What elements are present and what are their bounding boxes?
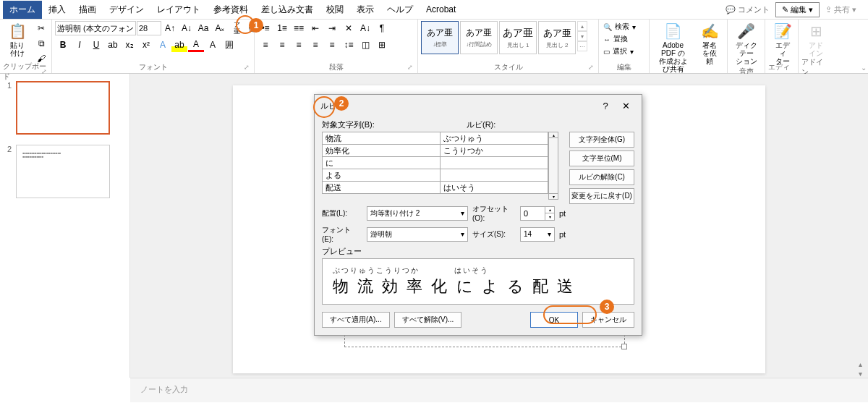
sort-button[interactable]: A↓ xyxy=(357,21,373,35)
tab-help[interactable]: ヘルプ xyxy=(380,1,420,19)
clear-format-button[interactable]: Aₓ xyxy=(212,21,228,35)
apply-all-button[interactable]: すべて適用(A)... xyxy=(322,312,390,328)
multilevel-button[interactable]: ≡≡ xyxy=(291,21,307,35)
justify-button[interactable]: ≡ xyxy=(307,38,323,52)
replace-button[interactable]: ↔置換 xyxy=(602,33,629,45)
create-pdf-button[interactable]: 📄Adobe PDF の 作成および共有 xyxy=(652,21,694,75)
ribbon-collapse-icon[interactable]: ⌄ xyxy=(861,64,867,72)
whole-string-button[interactable]: 文字列全体(G) xyxy=(569,132,634,148)
align-right-button[interactable]: ≡ xyxy=(291,38,307,52)
style-normal[interactable]: あア亜↓標準 xyxy=(421,21,459,54)
cursor-icon: ▭ xyxy=(603,48,610,56)
base-cell[interactable]: 効率化 xyxy=(322,144,441,157)
ruby-cell[interactable]: こうりつか xyxy=(440,144,548,157)
base-cell[interactable]: に xyxy=(322,156,441,169)
line-spacing-button[interactable]: ↕≡ xyxy=(341,38,357,52)
tab-acrobat[interactable]: Acrobat xyxy=(420,1,462,17)
launcher-icon[interactable]: ⤢ xyxy=(588,64,594,71)
tab-mailings[interactable]: 差し込み文書 xyxy=(255,1,320,19)
chevron-down-icon: ▾ xyxy=(852,5,856,14)
launcher-icon[interactable]: ⤢ xyxy=(41,68,47,75)
chevron-down-icon: ▾ xyxy=(461,209,464,217)
select-button[interactable]: ▭選択▾ xyxy=(602,46,635,57)
borders-button[interactable]: ⊞ xyxy=(374,38,390,52)
tab-layout[interactable]: レイアウト xyxy=(150,1,207,19)
asian-layout-button[interactable]: ✕ xyxy=(341,21,357,35)
show-marks-button[interactable]: ¶ xyxy=(374,21,390,35)
tab-design[interactable]: デザイン xyxy=(103,1,150,19)
tab-view[interactable]: 表示 xyxy=(350,1,380,19)
shading-button[interactable]: ◫ xyxy=(357,38,373,52)
align-left-button[interactable]: ≡ xyxy=(258,38,273,52)
change-case-button[interactable]: Aa xyxy=(195,21,211,35)
clear-ruby-button[interactable]: ルビの解除(C) xyxy=(569,169,634,185)
underline-button[interactable]: U xyxy=(88,38,104,52)
cut-button[interactable]: ✂ xyxy=(33,21,49,35)
style-h1[interactable]: あア亜見出し 1 xyxy=(499,21,537,54)
close-button[interactable]: ✕ xyxy=(616,101,636,111)
style-nospacing[interactable]: あア亜↓行間詰め xyxy=(460,21,498,54)
tab-insert[interactable]: 挿入 xyxy=(42,1,72,19)
find-button[interactable]: 🔍検索▾ xyxy=(602,21,637,33)
comments-button[interactable]: 💬 コメント xyxy=(721,3,774,17)
dialog-title-text: ルビ xyxy=(320,101,595,111)
copy-button[interactable]: ⧉ xyxy=(33,36,49,51)
paste-button[interactable]: 📋 貼り付け xyxy=(3,21,32,59)
request-sign-button[interactable]: ✍署名 を依頼 xyxy=(695,21,724,67)
reset-button[interactable]: 変更を元に戻す(D) xyxy=(569,188,634,204)
superscript-button[interactable]: x² xyxy=(138,38,154,52)
tab-draw[interactable]: 描画 xyxy=(72,1,103,19)
decrease-indent-button[interactable]: ⇤ xyxy=(307,21,323,35)
distribute-button[interactable]: ≡ xyxy=(324,38,340,52)
increase-indent-button[interactable]: ⇥ xyxy=(324,21,340,35)
base-cell[interactable]: 配送 xyxy=(322,181,441,194)
ruby-cell[interactable] xyxy=(440,169,548,182)
font-select[interactable]: 游明朝▾ xyxy=(367,227,468,242)
text-effects-button[interactable]: A xyxy=(155,38,171,52)
dictate-button[interactable]: 🎤ディクテー ション xyxy=(731,21,762,67)
grow-font-button[interactable]: A↑ xyxy=(162,21,178,35)
tab-review[interactable]: 校閲 xyxy=(320,1,350,19)
style-gallery-nav[interactable]: ▴▾⋯ xyxy=(577,21,587,51)
editing-mode-button[interactable]: ✎ 編集 ▾ xyxy=(775,2,820,17)
font-name-select[interactable] xyxy=(55,21,136,35)
clear-all-button[interactable]: すべて解除(V)... xyxy=(394,312,462,328)
ruby-cell[interactable]: ぶつりゅう xyxy=(440,132,548,145)
size-select[interactable]: 14▾ xyxy=(520,227,555,242)
shrink-font-button[interactable]: A↓ xyxy=(179,21,195,35)
base-cell[interactable]: 物流 xyxy=(322,132,441,145)
tab-home[interactable]: ホーム xyxy=(3,1,42,19)
ruby-cell[interactable]: はいそう xyxy=(440,181,548,194)
per-char-button[interactable]: 文字単位(M) xyxy=(569,150,634,166)
bold-button[interactable]: B xyxy=(55,38,71,52)
font-size-select[interactable] xyxy=(137,21,161,35)
ruby-cell[interactable] xyxy=(440,156,548,169)
sign-icon: ✍ xyxy=(701,22,719,40)
strike-button[interactable]: ab xyxy=(105,38,121,52)
subscript-button[interactable]: x₂ xyxy=(122,38,137,52)
font-color-button[interactable]: A xyxy=(188,38,204,52)
base-cell[interactable]: よる xyxy=(322,169,441,182)
dialog-titlebar[interactable]: ルビ ? ✕ xyxy=(315,95,642,116)
scroll-down-icon[interactable]: ▾ xyxy=(855,370,865,378)
share-button[interactable]: ⇪ 共有 ▾ xyxy=(821,3,861,17)
numbering-button[interactable]: 1≡ xyxy=(274,21,290,35)
scroll-up-icon[interactable]: ▴ xyxy=(855,360,865,368)
thumb-2[interactable]: 2 ■■■■■■■■■■■■■■■■■■■■■■■■■■■■■■■■■■ xyxy=(7,145,122,198)
thumb-1[interactable]: 1 xyxy=(7,81,122,135)
editor-button[interactable]: 📝エディ ター xyxy=(768,21,797,67)
addin-button[interactable]: ⊞アド イン xyxy=(801,21,830,59)
highlight-button[interactable]: ab xyxy=(171,38,187,52)
char-shading-button[interactable]: A xyxy=(205,38,221,52)
row-nav[interactable]: ▴▾ xyxy=(548,132,558,200)
align-center-button[interactable]: ≡ xyxy=(274,38,290,52)
align-select[interactable]: 均等割り付け 2▾ xyxy=(367,206,468,221)
notes-pane[interactable]: ノートを入力 xyxy=(130,378,868,402)
italic-button[interactable]: I xyxy=(72,38,88,52)
launcher-icon[interactable]: ⤢ xyxy=(244,64,250,71)
launcher-icon[interactable]: ⤢ xyxy=(407,64,413,71)
char-border-button[interactable]: 囲 xyxy=(221,38,237,52)
help-button[interactable]: ? xyxy=(595,101,616,111)
offset-input[interactable]: 0▴▾ xyxy=(520,206,555,221)
style-h2[interactable]: あア亜見出し 2 xyxy=(538,21,576,54)
